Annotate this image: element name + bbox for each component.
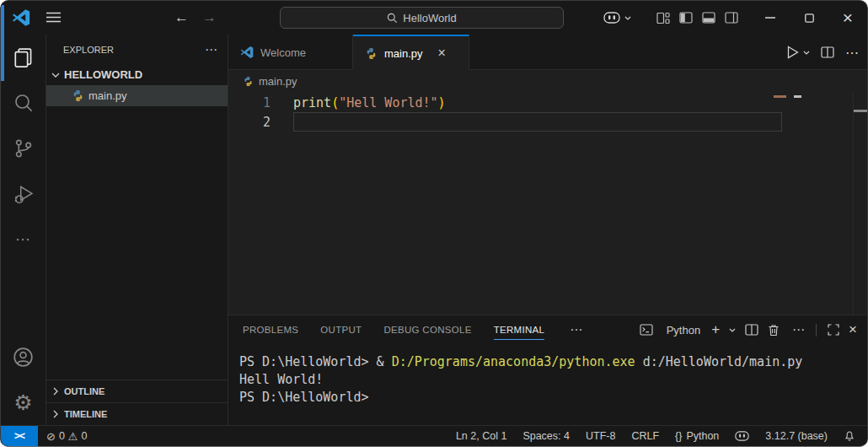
new-terminal-icon[interactable]: + xyxy=(711,321,720,338)
minimap xyxy=(774,95,786,98)
vscode-logo-icon xyxy=(12,8,30,27)
cursor-position[interactable]: Ln 2, Col 1 xyxy=(456,430,506,442)
split-editor-icon[interactable] xyxy=(821,46,834,58)
code-editor[interactable]: 1 print("Hell World!") 2 xyxy=(228,93,867,315)
timeline-label: TIMELINE xyxy=(64,409,107,419)
vscode-window: ← → HelloWorld xyxy=(0,0,868,447)
folder-name: HELLOWORLD xyxy=(64,68,142,81)
folder-row-helloworld[interactable]: HELLOWORLD xyxy=(46,64,228,85)
tab-label: main.py xyxy=(384,47,423,60)
tab-output[interactable]: OUTPUT xyxy=(320,315,362,344)
remote-indicator[interactable]: >< xyxy=(1,426,38,447)
tab-label: Welcome xyxy=(260,46,306,59)
play-icon xyxy=(787,46,799,59)
warning-count: 0 xyxy=(82,430,88,442)
timeline-section[interactable]: TIMELINE xyxy=(46,402,228,425)
account-icon[interactable] xyxy=(1,334,46,380)
terminal-line: PS D:\HelloWorld> & D:/Programs/anaconda… xyxy=(239,353,867,371)
notifications-bell-icon[interactable] xyxy=(844,430,855,443)
activity-bar: ⋯ ⚙ xyxy=(1,35,46,425)
panel-more-tabs-icon[interactable]: ⋯ xyxy=(570,322,582,337)
close-tab-icon[interactable]: × xyxy=(438,46,446,61)
sidebar-spacer xyxy=(46,106,228,380)
terminal-line: Hell World! xyxy=(239,371,867,389)
terminal-line: PS D:\HelloWorld> xyxy=(239,389,867,407)
terminal-shell-label[interactable]: Python xyxy=(667,324,700,337)
close-window-button[interactable]: × xyxy=(828,1,867,35)
editor-more-actions-icon[interactable]: ⋯ xyxy=(845,45,859,61)
copilot-button[interactable] xyxy=(595,12,640,24)
tab-problems[interactable]: PROBLEMS xyxy=(243,315,298,344)
scrollbar-track xyxy=(853,93,854,315)
explorer-sidebar: EXPLORER ⋯ HELLOWORLD main.py OU xyxy=(46,35,228,425)
active-accent-strip xyxy=(1,5,4,81)
source-control-icon[interactable] xyxy=(1,126,46,171)
python-file-icon xyxy=(72,89,84,102)
kill-terminal-icon[interactable] xyxy=(768,324,780,337)
search-sidebar-icon[interactable] xyxy=(1,80,46,126)
sidebar-title: EXPLORER xyxy=(63,45,114,55)
split-terminal-icon[interactable] xyxy=(745,324,758,336)
tab-mainpy[interactable]: main.py × xyxy=(353,35,469,70)
terminal-more-actions-icon[interactable]: ⋯ xyxy=(792,322,805,337)
current-line-highlight xyxy=(293,112,782,132)
more-views-icon[interactable]: ⋯ xyxy=(1,217,46,262)
chevron-down-icon xyxy=(624,16,631,20)
terminal-icon xyxy=(640,324,653,336)
line-number: 1 xyxy=(228,95,293,110)
file-name: main.py xyxy=(88,89,127,102)
toolbar-divider xyxy=(816,324,817,337)
terminal-output[interactable]: PS D:\HelloWorld> & D:/Programs/anaconda… xyxy=(228,344,867,425)
tab-debug-console[interactable]: DEBUG CONSOLE xyxy=(383,315,471,344)
chevron-down-icon xyxy=(803,51,810,55)
back-icon[interactable]: ← xyxy=(174,9,189,26)
error-count: 0 xyxy=(59,430,65,442)
title-bar: ← → HelloWorld xyxy=(1,1,867,35)
search-input[interactable]: HelloWorld xyxy=(280,7,564,29)
problems-status[interactable]: ⊘ 0 ⚠ 0 xyxy=(46,430,87,443)
outline-section[interactable]: OUTLINE xyxy=(46,380,228,402)
file-row-mainpy[interactable]: main.py xyxy=(46,85,228,106)
breadcrumb-item: main.py xyxy=(259,75,297,88)
python-interpreter[interactable]: 3.12.7 (base) xyxy=(765,430,828,442)
editor-group: Welcome main.py × xyxy=(228,35,867,425)
braces-icon: {} xyxy=(675,430,682,442)
breadcrumb[interactable]: main.py xyxy=(228,70,867,93)
run-python-button[interactable] xyxy=(787,46,810,59)
toggle-secondary-sidebar-icon[interactable] xyxy=(720,12,742,24)
settings-gear-icon[interactable]: ⚙ xyxy=(1,380,46,425)
maximize-panel-icon[interactable] xyxy=(828,324,839,336)
bottom-panel: PROBLEMS OUTPUT DEBUG CONSOLE TERMINAL ⋯… xyxy=(228,315,867,425)
run-debug-icon[interactable] xyxy=(1,171,46,217)
copilot-status-icon[interactable] xyxy=(735,431,749,441)
error-icon: ⊘ xyxy=(46,430,56,443)
code-line-1: 1 print("Hell World!") xyxy=(228,93,867,112)
forward-icon: → xyxy=(202,9,217,26)
code-text: print("Hell World!") xyxy=(293,95,446,110)
search-icon xyxy=(387,13,398,24)
chevron-down-icon[interactable] xyxy=(729,328,736,332)
warning-icon: ⚠ xyxy=(68,430,78,443)
language-mode[interactable]: {} Python xyxy=(675,430,719,442)
chevron-right-icon xyxy=(53,387,58,396)
tab-bar: Welcome main.py × xyxy=(228,35,867,70)
explorer-actions-icon[interactable]: ⋯ xyxy=(205,42,217,57)
vscode-logo-icon xyxy=(240,46,254,59)
minimize-button[interactable] xyxy=(751,1,790,35)
tab-welcome[interactable]: Welcome xyxy=(228,35,353,70)
menu-icon[interactable] xyxy=(46,12,61,23)
customize-layout-icon[interactable] xyxy=(651,12,674,24)
explorer-icon[interactable] xyxy=(1,35,46,80)
maximize-button[interactable] xyxy=(790,1,828,35)
chevron-down-icon xyxy=(51,73,60,78)
toggle-primary-sidebar-icon[interactable] xyxy=(674,12,697,24)
close-panel-icon[interactable]: × xyxy=(849,321,857,338)
indentation[interactable]: Spaces: 4 xyxy=(522,430,570,442)
status-bar: >< ⊘ 0 ⚠ 0 Ln 2, Col 1 Spaces: 4 UTF-8 C… xyxy=(1,425,867,446)
python-file-icon xyxy=(365,47,378,60)
tab-terminal[interactable]: TERMINAL xyxy=(494,315,545,344)
toggle-panel-icon[interactable] xyxy=(697,12,720,24)
encoding[interactable]: UTF-8 xyxy=(586,430,615,442)
scrollbar-thumb[interactable] xyxy=(854,110,867,112)
eol-sequence[interactable]: CRLF xyxy=(631,430,659,442)
